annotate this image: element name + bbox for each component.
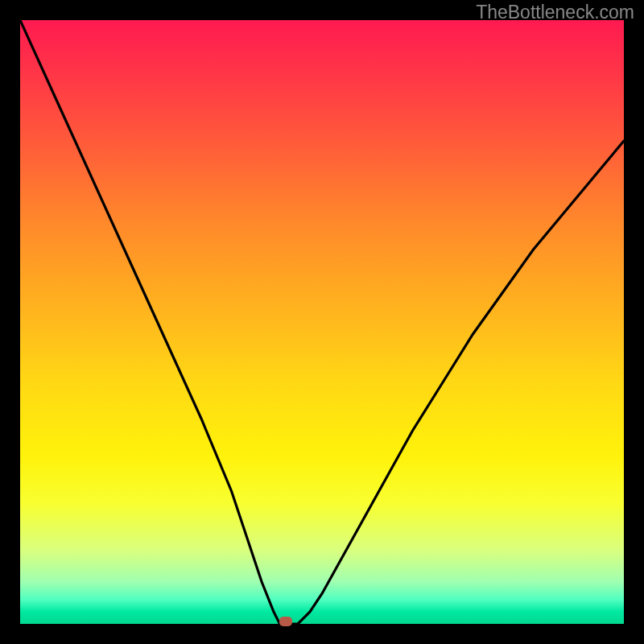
watermark-text: TheBottleneck.com — [476, 2, 634, 23]
plot-area — [20, 20, 624, 624]
chart-frame: TheBottleneck.com — [0, 0, 644, 644]
bottleneck-curve — [20, 20, 624, 624]
optimal-point-marker — [279, 617, 292, 626]
